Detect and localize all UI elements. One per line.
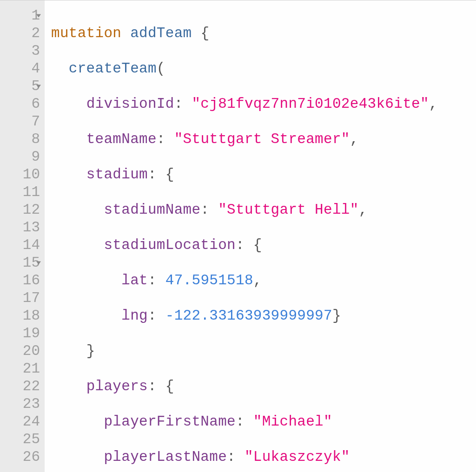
line-number[interactable]: 17 (0, 289, 40, 307)
code-line[interactable]: createTeam( (51, 60, 476, 78)
code-line[interactable]: playerFirstName: "Michael" (51, 413, 476, 431)
code-line[interactable]: players: { (51, 378, 476, 395)
line-number[interactable]: 3 (0, 42, 40, 60)
code-line[interactable]: stadiumName: "Stuttgart Hell", (51, 201, 476, 219)
line-number[interactable]: 9 (0, 148, 40, 166)
line-number[interactable]: 16 (0, 272, 40, 289)
code-line[interactable]: } (51, 342, 476, 360)
code-line[interactable]: lat: 47.5951518, (51, 272, 476, 289)
line-number[interactable]: 18 (0, 307, 40, 325)
line-number[interactable]: 19 (0, 325, 40, 342)
line-number[interactable]: 20 (0, 342, 40, 360)
editor-wrap: 1 2 3 4 5 6 7 8 9 10 11 12 13 14 15 16 1… (0, 0, 476, 472)
line-number[interactable]: 22 (0, 378, 40, 395)
line-number[interactable]: 12 (0, 201, 40, 219)
fold-icon[interactable] (36, 85, 41, 88)
code-line[interactable]: mutation addTeam { (51, 25, 476, 42)
line-number[interactable]: 23 (0, 395, 40, 413)
line-number[interactable]: 7 (0, 113, 40, 131)
line-number[interactable]: 26 (0, 448, 40, 466)
code-line[interactable]: stadium: { (51, 166, 476, 184)
code-area[interactable]: mutation addTeam { createTeam( divisionI… (45, 0, 476, 472)
line-number[interactable]: 6 (0, 95, 40, 113)
fold-icon[interactable] (36, 262, 41, 265)
code-line[interactable]: teamName: "Stuttgart Streamer", (51, 131, 476, 148)
line-number[interactable]: 2 (0, 25, 40, 42)
fold-icon[interactable] (36, 14, 41, 18)
line-number[interactable]: 24 (0, 413, 40, 431)
line-number[interactable]: 13 (0, 219, 40, 236)
line-number[interactable]: 21 (0, 360, 40, 378)
line-number[interactable]: 11 (0, 184, 40, 201)
line-gutter: 1 2 3 4 5 6 7 8 9 10 11 12 13 14 15 16 1… (0, 0, 45, 472)
line-number[interactable]: 25 (0, 431, 40, 448)
code-line[interactable]: divisionId: "cj81fvqz7nn7i0102e43k6ite", (51, 95, 476, 113)
line-number[interactable]: 15 (0, 254, 40, 272)
line-number[interactable]: 14 (0, 236, 40, 254)
code-line[interactable]: stadiumLocation: { (51, 236, 476, 254)
line-number[interactable]: 8 (0, 131, 40, 148)
code-line[interactable]: lng: -122.33163939999997} (51, 307, 476, 325)
line-number[interactable]: 4 (0, 60, 40, 78)
code-line[interactable]: playerLastName: "Lukaszczyk" (51, 448, 476, 466)
line-number[interactable]: 5 (0, 78, 40, 95)
line-number[interactable]: 10 (0, 166, 40, 184)
line-number[interactable]: 1 (0, 7, 40, 25)
